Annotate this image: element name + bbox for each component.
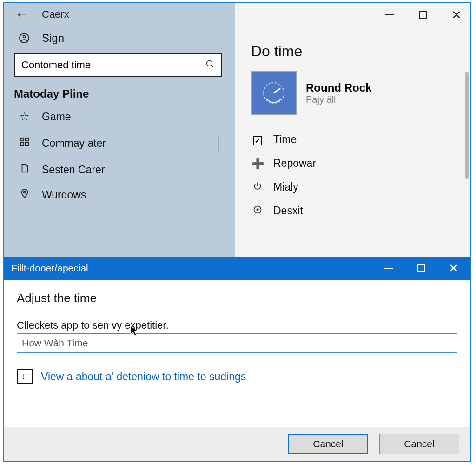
page-icon bbox=[18, 163, 32, 176]
window-controls: ✕ bbox=[379, 7, 467, 23]
sidebar-item-label: Sesten Carer bbox=[42, 164, 105, 176]
svg-point-11 bbox=[257, 209, 258, 210]
svg-rect-6 bbox=[21, 143, 24, 145]
svg-line-3 bbox=[212, 65, 213, 67]
option-time[interactable]: ✔ Time bbox=[251, 133, 455, 146]
scroll-hint-icon: │ bbox=[214, 135, 227, 151]
dialog-help-link[interactable]: View a about a' deteniow to time to sudi… bbox=[41, 370, 246, 383]
grid-icon bbox=[18, 137, 32, 150]
star-icon: ☆ bbox=[18, 110, 32, 123]
option-label: Mialy bbox=[273, 181, 298, 193]
options-list: ✔ Time ➕ Repowar Mialy bbox=[251, 133, 455, 217]
dialog-footer: Cancel Cancel bbox=[4, 427, 470, 461]
svg-point-2 bbox=[207, 60, 212, 66]
svg-rect-5 bbox=[26, 138, 28, 141]
app-name: Round Rock bbox=[306, 81, 371, 94]
app-subtitle: Pajy äll bbox=[306, 94, 371, 105]
sidebar-item-commay[interactable]: Commay ater │ bbox=[4, 129, 235, 157]
close-icon: ✕ bbox=[449, 261, 459, 276]
plus-icon: ➕ bbox=[251, 158, 264, 170]
cancel-button[interactable]: Cancel bbox=[379, 434, 459, 454]
option-desxit[interactable]: Desxit bbox=[251, 205, 455, 217]
search-icon bbox=[205, 60, 215, 71]
power-icon bbox=[251, 181, 264, 193]
svg-point-1 bbox=[23, 36, 26, 38]
checkbox-checked-icon: ✔ bbox=[251, 134, 264, 146]
sidebar-item-label: Commay ater bbox=[42, 137, 106, 150]
close-button[interactable]: ✕ bbox=[446, 7, 467, 23]
dialog-titlebar[interactable]: Fillt-dooer/apecial ✕ bbox=[4, 257, 470, 280]
pin-icon bbox=[18, 188, 32, 201]
user-circle-icon bbox=[18, 33, 31, 44]
svg-rect-7 bbox=[26, 143, 28, 145]
maximize-button[interactable] bbox=[413, 7, 433, 23]
close-icon: ✕ bbox=[451, 8, 462, 22]
sidebar-item-wurdows[interactable]: Wurdows bbox=[4, 182, 235, 207]
dialog-text-input[interactable] bbox=[17, 333, 457, 353]
dialog-link-row: ⁝⁚ View a about a' deteniow to time to s… bbox=[17, 369, 457, 384]
sidebar-header: ← Caerx bbox=[4, 3, 235, 26]
option-label: Time bbox=[273, 133, 297, 146]
sign-label: Sign bbox=[42, 32, 64, 45]
sidebar: ← Caerx Sign Matoday Pline ☆ bbox=[4, 3, 235, 257]
dialog-window-controls: ✕ bbox=[379, 260, 463, 276]
content-inner: Do time Round Rock Pajy äll bbox=[235, 3, 470, 217]
target-icon bbox=[251, 205, 264, 217]
dialog-minimize-button[interactable] bbox=[379, 260, 398, 276]
settings-window: ← Caerx Sign Matoday Pline ☆ bbox=[3, 2, 471, 462]
scrollbar-thumb[interactable] bbox=[465, 72, 469, 178]
info-box-icon: ⁝⁚ bbox=[17, 369, 33, 384]
maximize-icon bbox=[417, 264, 425, 272]
sidebar-item-label: Game bbox=[42, 111, 71, 123]
minimize-icon bbox=[384, 268, 393, 269]
option-label: Desxit bbox=[273, 205, 303, 217]
content-pane: ✕ Do time Round Rock Pajy äll bbox=[235, 3, 470, 257]
dialog-body: Adjust the time Clleckets app to sen vy … bbox=[4, 280, 470, 427]
app-meta: Round Rock Pajy äll bbox=[306, 81, 371, 105]
svg-point-8 bbox=[24, 191, 26, 193]
gauge-icon bbox=[260, 79, 288, 107]
sidebar-item-game[interactable]: ☆ Game bbox=[4, 104, 235, 129]
app-title: Caerx bbox=[42, 8, 69, 20]
sidebar-item-label: Wurdows bbox=[42, 189, 86, 201]
svg-rect-4 bbox=[21, 138, 24, 141]
ok-button[interactable]: Cancel bbox=[288, 434, 368, 454]
search-input[interactable] bbox=[21, 59, 205, 71]
dialog-window: Fillt-dooer/apecial ✕ Adjust the time Cl… bbox=[4, 257, 470, 461]
option-repowar[interactable]: ➕ Repowar bbox=[251, 157, 455, 170]
sidebar-section-heading: Matoday Pline bbox=[4, 80, 235, 104]
minimize-icon bbox=[385, 14, 394, 15]
sidebar-sign-row[interactable]: Sign bbox=[4, 26, 235, 50]
dialog-heading: Adjust the time bbox=[17, 291, 457, 305]
dialog-description: Clleckets app to sen vy expetitier. bbox=[17, 319, 457, 331]
dialog-title-text: Fillt-dooer/apecial bbox=[11, 263, 379, 274]
page-title: Do time bbox=[251, 43, 455, 60]
back-arrow-icon[interactable]: ← bbox=[15, 7, 29, 21]
option-mialy[interactable]: Mialy bbox=[251, 181, 455, 193]
dialog-maximize-button[interactable] bbox=[412, 260, 430, 276]
maximize-icon bbox=[419, 11, 427, 19]
upper-pane: ← Caerx Sign Matoday Pline ☆ bbox=[4, 3, 470, 257]
option-label: Repowar bbox=[273, 157, 316, 170]
search-box[interactable] bbox=[14, 53, 222, 77]
app-card[interactable]: Round Rock Pajy äll bbox=[251, 71, 455, 115]
app-thumbnail bbox=[251, 71, 297, 115]
search-wrap bbox=[4, 50, 235, 80]
dialog-close-button[interactable]: ✕ bbox=[444, 260, 463, 276]
sidebar-item-sesten[interactable]: Sesten Carer bbox=[4, 157, 235, 182]
minimize-button[interactable] bbox=[379, 7, 400, 23]
